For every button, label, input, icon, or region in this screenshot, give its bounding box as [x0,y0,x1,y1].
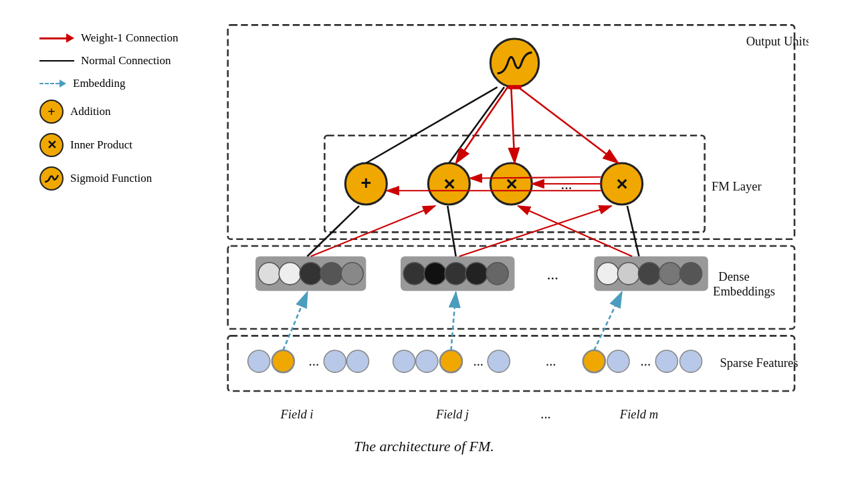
legend-label-sigmoid: Sigmoid Function [70,172,152,185]
legend-label-weight: Weight-1 Connection [81,31,178,45]
svg-line-19 [469,177,601,178]
svg-point-30 [424,263,446,285]
legend-label-normal: Normal Connection [81,54,171,68]
svg-point-45 [393,350,415,372]
legend-item-weight: Weight-1 Connection [39,31,200,45]
blue-dashed-arrow-icon [39,80,66,88]
svg-line-57 [451,292,455,350]
svg-point-37 [638,263,660,285]
svg-point-27 [341,263,363,285]
fm-layer-label: FM Layer [712,179,762,193]
svg-line-18 [518,87,619,163]
svg-point-33 [486,263,508,285]
svg-text:+: + [360,173,371,193]
dense-embeddings-label-2: Embeddings [713,284,775,298]
dense-embeddings-label-1: Dense [718,269,749,283]
svg-point-46 [416,350,438,372]
svg-point-35 [597,263,619,285]
svg-point-49 [488,350,510,372]
legend-item-inner-product: ✕ Inner Product [39,133,200,157]
svg-point-32 [465,263,488,285]
svg-point-41 [272,350,294,372]
svg-point-23 [258,263,280,285]
sigmoid-circle-icon [39,166,64,191]
svg-point-52 [607,350,629,372]
svg-text:...: ... [641,354,651,368]
diagram-svg: Output Units FM Layer Dense Embeddings S… [200,18,809,432]
legend-label-embedding: Embedding [73,77,125,90]
svg-point-25 [300,263,322,285]
caption: The architecture of FM. [354,438,494,455]
svg-text:...: ... [473,354,484,368]
svg-line-56 [283,292,307,350]
sparse-features-label: Sparse Features [720,356,798,370]
legend-label-inner-product: Inner Product [70,138,132,152]
svg-line-16 [456,87,508,163]
legend-label-addition: Addition [70,105,110,118]
svg-point-29 [403,263,425,285]
svg-text:...: ... [309,354,320,368]
field-i-label: Field i [280,407,313,421]
svg-point-47 [440,350,462,372]
svg-line-59 [308,206,360,256]
svg-point-24 [279,263,301,285]
svg-line-60 [311,206,435,256]
svg-line-17 [511,87,514,163]
legend-item-embedding: Embedding [39,77,200,90]
legend-item-normal: Normal Connection [39,54,200,68]
svg-point-31 [445,263,467,285]
diagram-area: Weight-1 Connection Normal Connection Em… [39,18,809,432]
svg-text:✕: ✕ [615,176,628,193]
svg-point-54 [655,350,677,372]
legend-item-addition: + Addition [39,100,200,124]
svg-point-55 [679,350,702,372]
svg-point-44 [346,350,368,372]
x-circle-icon: ✕ [39,133,64,157]
svg-point-39 [679,263,702,285]
svg-point-40 [248,350,270,372]
field-j-label: Field j [435,407,469,421]
svg-point-36 [617,263,639,285]
plus-circle-icon: + [39,100,64,124]
svg-line-61 [447,206,455,256]
svg-point-26 [320,263,342,285]
network-diagram: Output Units FM Layer Dense Embeddings S… [200,18,809,432]
dense-dots: ... [547,266,558,283]
field-m-label: Field m [619,407,658,421]
output-units-label: Output Units [746,34,809,48]
svg-point-38 [659,263,681,285]
red-arrow-icon [39,33,74,43]
svg-point-51 [583,350,605,372]
svg-line-63 [627,206,639,256]
svg-text:...: ... [546,354,556,368]
black-line-icon [39,60,74,61]
main-container: Weight-1 Connection Normal Connection Em… [23,18,825,486]
legend: Weight-1 Connection Normal Connection Em… [39,18,200,432]
svg-line-58 [594,292,621,350]
legend-item-sigmoid: Sigmoid Function [39,166,200,191]
field-dots: ... [540,406,550,421]
svg-point-43 [324,350,346,372]
